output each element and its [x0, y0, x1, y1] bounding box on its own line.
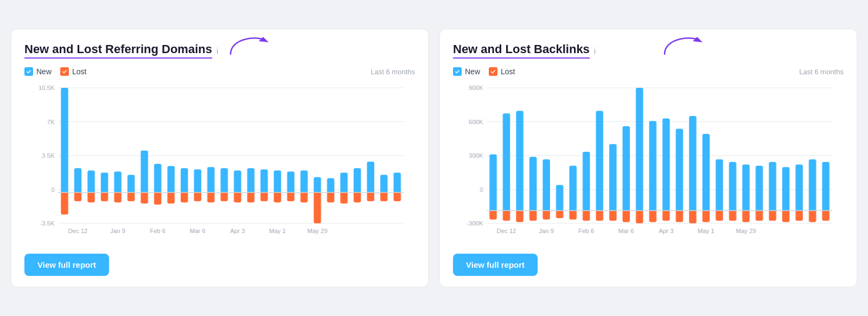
legend-lost-2[interactable]: Lost — [489, 67, 515, 76]
referring-domains-card: New and Lost Referring Domains i New — [11, 29, 429, 287]
legend-lost-label-1: Lost — [72, 67, 86, 76]
legend-new-2[interactable]: New — [453, 67, 480, 76]
new-checkbox-2 — [453, 67, 462, 76]
card-title-1: New and Lost Referring Domains — [24, 42, 212, 59]
lost-checkbox-2 — [489, 67, 497, 76]
card-title-2: New and Lost Backlinks — [453, 42, 590, 59]
info-icon-1[interactable]: i — [216, 47, 218, 55]
dashboard: New and Lost Referring Domains i New — [11, 29, 857, 287]
legend-items-1: New Lost — [24, 67, 86, 76]
legend-row-1: New Lost Last 6 months — [24, 67, 415, 76]
card-header-1: New and Lost Referring Domains i — [24, 42, 415, 59]
legend-new-label-1: New — [36, 67, 52, 76]
legend-lost-label-2: Lost — [501, 67, 515, 76]
time-range-1: Last 6 months — [371, 68, 415, 76]
legend-new-label-2: New — [465, 67, 480, 76]
legend-row-2: New Lost Last 6 months — [453, 67, 844, 76]
arrow-annotation-1 — [225, 33, 274, 60]
backlinks-card: New and Lost Backlinks i New — [439, 29, 857, 287]
lost-checkbox-1 — [60, 67, 69, 76]
info-icon-2[interactable]: i — [594, 47, 596, 55]
arrow-annotation-2 — [659, 33, 708, 60]
time-range-2: Last 6 months — [799, 68, 844, 76]
view-report-btn-2[interactable]: View full report — [453, 254, 538, 276]
view-report-btn-1[interactable]: View full report — [24, 254, 109, 276]
legend-items-2: New Lost — [453, 67, 515, 76]
legend-new-1[interactable]: New — [24, 67, 52, 76]
chart-2 — [453, 82, 844, 245]
svg-marker-0 — [259, 37, 269, 42]
legend-lost-1[interactable]: Lost — [60, 67, 86, 76]
card-header-2: New and Lost Backlinks i — [453, 42, 844, 59]
new-checkbox-1 — [24, 67, 33, 76]
chart-1 — [24, 82, 415, 245]
svg-marker-1 — [693, 37, 703, 42]
